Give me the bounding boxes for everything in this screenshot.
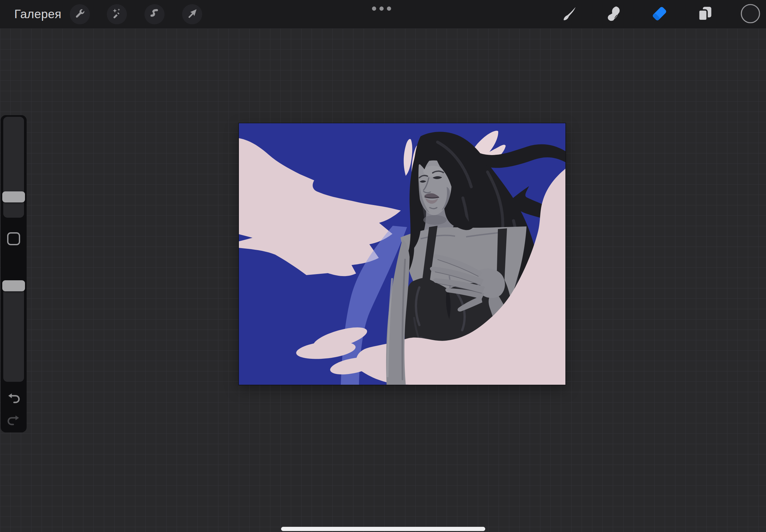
drawing-canvas[interactable] [239,123,565,385]
brush-size-slider[interactable] [3,117,24,218]
opacity-handle[interactable] [2,280,25,291]
brush-icon [561,5,578,23]
artwork-winged-woman [239,123,565,385]
smudge-icon [605,5,622,23]
modify-button[interactable] [7,232,20,245]
eraser-icon [651,5,668,24]
erase-button[interactable] [649,3,670,25]
magic-wand-icon [111,8,123,21]
ellipsis-icon[interactable] [372,5,395,12]
smudge-button[interactable] [603,3,624,25]
selection-button[interactable] [144,4,164,24]
undo-button[interactable] [6,393,21,405]
adjustments-button[interactable] [107,4,127,24]
home-indicator[interactable] [281,527,485,531]
layers-button[interactable] [695,3,715,25]
actions-button[interactable] [70,4,90,24]
color-button[interactable] [740,3,761,25]
undo-arrow-icon [7,393,20,405]
transform-arrow-icon [186,8,198,21]
side-toolbar [1,115,27,432]
brush-size-handle[interactable] [2,191,25,202]
paint-button[interactable] [559,3,579,25]
color-circle-icon [740,3,761,25]
procreate-app: Галерея [0,0,766,532]
top-toolbar: Галерея [0,0,766,29]
transform-button[interactable] [182,4,202,24]
gallery-button[interactable]: Галерея [14,0,61,29]
redo-arrow-icon [7,415,20,427]
redo-button[interactable] [6,415,21,428]
selection-s-icon [149,8,160,21]
opacity-slider[interactable] [3,281,24,382]
layers-icon [697,5,713,23]
wrench-icon [74,8,86,21]
